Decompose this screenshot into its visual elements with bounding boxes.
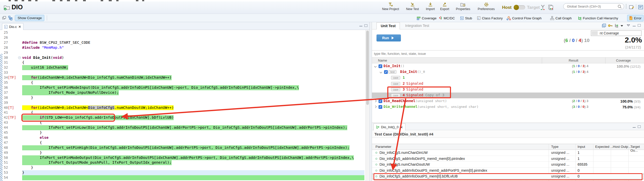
fold-icon[interactable]: − [18,56,21,59]
col-parameter[interactable]: Parameter [375,145,391,149]
coverage-type-combo[interactable]: nt Coverage [591,30,641,36]
code-line-30[interactable]: 30−void Dio_Init(void) [0,55,369,60]
import-button[interactable]: Import [426,2,435,11]
code-line-41[interactable]: 41 { [0,110,369,115]
chevron-down-icon[interactable] [380,71,382,73]
code-line-48[interactable]: 48 IfxPort_setPinHigh(Dio_infoCfgS.addrI… [0,145,369,150]
parameter-row-2[interactable]: Dio_infoCfgS.numChanDoutUWunsigned ...65… [372,162,644,168]
parameter-input-value[interactable]: 0 [578,168,580,172]
show-coverage-button[interactable]: Show Coverage [15,15,44,21]
col-expected[interactable]: Expected ... [595,145,613,149]
parameter-input-value[interactable]: 65535 [578,162,587,166]
parameter-row-3[interactable]: Dio_infoCfgS_addrInfoDoutPS_mem0_addrPor… [372,168,644,174]
code-line-39[interactable]: 39 [0,100,369,105]
new-test-button[interactable]: New Test [406,2,419,11]
test-results-icon[interactable] [548,4,554,10]
maximize-icon[interactable] [638,125,641,128]
host-target-toggle[interactable] [514,5,525,10]
parameter-row-4[interactable]: Dio_infoCfgS_addrInfoDoutPS_mem[0].bDflL… [372,173,644,179]
tree-row-2[interactable]: case1 [372,75,644,81]
tree-row-4[interactable]: case3Signaled [372,87,644,93]
parameter-input-value[interactable]: 0 [578,174,580,178]
tab-integration-test[interactable]: Integration Test [405,24,429,28]
tree-filter[interactable] [372,51,644,57]
code-line-45[interactable]: 45 } [0,130,369,135]
panel-splitter[interactable] [369,22,372,181]
global-search[interactable] [563,3,624,10]
chevron-down-icon[interactable] [621,25,623,28]
code-line-51[interactable]: 51 IfxPort_OutputMode_pushPull, IfxPort_… [0,160,369,165]
new-project-button[interactable]: New Project [382,2,399,11]
tab-unit-test[interactable]: Unit Test [376,22,400,29]
code-line-37[interactable]: 37 IfxPort_Mode_inputNoPullDevice); [0,90,369,95]
code-line-46[interactable]: 46 else [0,135,369,140]
minimize-icon[interactable] [633,24,636,26]
col-type[interactable]: Type [551,145,558,149]
function-call-hierarchy-button[interactable]: Function Call Hierarchy [578,15,618,21]
close-icon[interactable]: ✕ [400,125,403,129]
preferences-button[interactable]: Preferences [478,2,495,11]
run-button[interactable]: Run [376,34,401,41]
mcdc-button[interactable]: MC/DC [438,15,455,21]
coverage-button[interactable]: Coverage [417,15,437,21]
control-flow-graph-button[interactable]: Control Flow Graph [507,15,542,21]
code-line-32[interactable]: 32 uint16 idxChanUW; [0,65,369,70]
maximize-icon[interactable] [638,24,641,27]
tree-view-icon[interactable] [614,23,618,28]
code-line-31[interactable]: 31{ [0,60,369,65]
view-menu-icon[interactable] [627,24,630,27]
code-line-28[interactable]: 28#include "MemMap.h" [0,45,369,50]
code-line-42[interactable]: 42[TF] if(STD_LOW==Dio_infoCfgS.addrInfo… [0,115,369,120]
collapse-all-icon[interactable] [602,23,606,28]
column-name[interactable]: Name [378,59,387,62]
code-line-53[interactable]: 53} [0,170,369,175]
tab-dio-init-0[interactable]: Dio_Init()_0 ✕ [373,123,405,130]
properties-button[interactable]: Properties [456,2,470,11]
call-graph-button[interactable]: Call Graph [550,15,572,21]
scrollbar-thumb[interactable] [366,31,369,105]
test-hierarchy-icon[interactable] [8,16,13,20]
column-coverage[interactable]: Coverage [605,59,641,62]
new-window-icon[interactable] [629,4,634,10]
code-line-40[interactable]: 40[T] for(idxChanUW=0;idxChanUW<Dio_info… [0,105,369,110]
tree-filter-input[interactable] [373,52,524,56]
code-line-25[interactable]: 25 [0,30,369,35]
chevron-right-icon[interactable] [374,106,377,108]
parameter-input-value[interactable]: 1 [578,157,580,161]
code-line-36[interactable]: 36 IfxPort_setPinModeInput(Dio_infoCfgS.… [0,85,369,90]
parameter-input-value[interactable]: 1 [578,151,580,155]
filter-icon[interactable] [540,4,546,10]
parameter-row-1[interactable]: Dio_infoCfgS_addrInfoDinPS_mem0_mem[0].p… [372,156,644,162]
code-line-52[interactable]: 52 } [0,165,369,170]
code-line-35[interactable]: 35 { [0,80,369,85]
editor-scrollbar[interactable] [365,30,369,181]
checkbox[interactable]: ✓ [384,70,388,74]
code-line-50[interactable]: 50 IfxPort_setPinModeOutput(Dio_infoCfgS… [0,155,369,160]
global-search-input[interactable] [566,4,616,9]
column-result[interactable]: Result [542,59,605,62]
console-view-icon[interactable] [638,4,644,10]
checkbox[interactable]: ✓ [378,99,382,103]
code-line-54[interactable]: 54 [0,175,369,180]
code-line-43[interactable]: 43 { [0,120,369,125]
checkbox[interactable]: ✓ [378,105,382,109]
chevron-right-icon[interactable] [374,100,377,102]
tree-row-5[interactable]: case4SignaledCopy of 3 [372,93,644,98]
restore-views-icon[interactable] [2,16,7,20]
code-line-27[interactable]: 27#define BSW_CPU2_START_SEC_CODE [0,40,369,45]
error-button[interactable]: Error [627,15,643,21]
code-line-34[interactable]: 34[TF] for(idxChanUW=0;idxChanUW<Dio_inf… [0,75,369,80]
class-factory-button[interactable]: c Class Factory [477,15,503,21]
code-line-47[interactable]: 47 { [0,140,369,145]
code-line-26[interactable]: 26 [0,35,369,40]
code-line-33[interactable]: 33 [0,70,369,75]
stub-button[interactable]: Stub [460,15,472,21]
tree-row-0[interactable]: ✓Dio_Init()(1 / 0 / 3) 4100.0%(12/12) [372,63,644,69]
code-line-29[interactable]: 29 [0,50,369,55]
checkbox[interactable]: ✓ [378,64,382,68]
code-line-44[interactable]: 44 IfxPort_setPinLow(Dio_infoCfgS.addrIn… [0,125,369,130]
key-icon[interactable] [608,23,613,28]
tree-row-1[interactable]: ✓testDio_Init()_0(1 / 0 / 3) 4 [372,69,644,75]
chevron-down-icon[interactable] [374,65,377,68]
col-input[interactable]: Input [578,145,585,149]
